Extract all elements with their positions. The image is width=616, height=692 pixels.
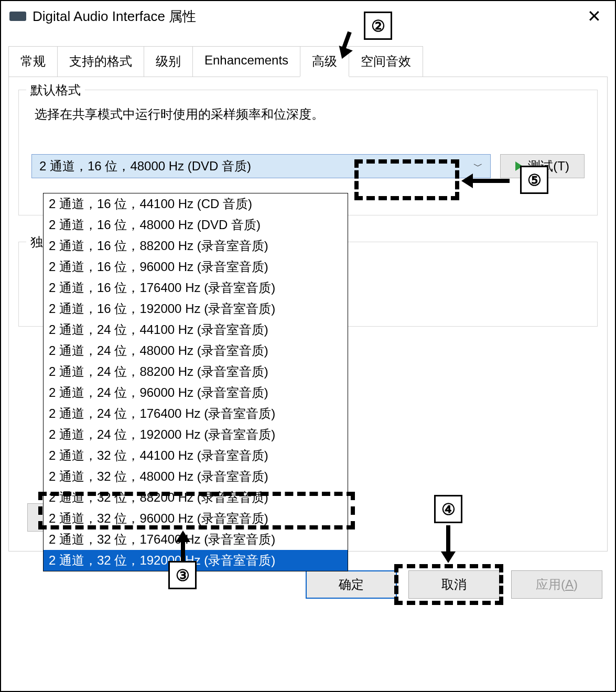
callout-2: ② — [364, 12, 392, 40]
format-option[interactable]: 2 通道，24 位，176400 Hz (录音室音质) — [44, 403, 348, 424]
group-default-format-legend: 默认格式 — [26, 82, 85, 99]
ok-button[interactable]: 确定 — [306, 570, 397, 599]
tab-spatial-sound[interactable]: 空间音效 — [349, 46, 423, 77]
default-format-dropdown[interactable]: 2 通道，16 位，48000 Hz (DVD 音质) ﹀ — [31, 154, 491, 178]
window-title: Digital Audio Interface 属性 — [33, 7, 582, 26]
format-option[interactable]: 2 通道，32 位，176400 Hz (录音室音质) — [44, 529, 348, 550]
format-option[interactable]: 2 通道，24 位，96000 Hz (录音室音质) — [44, 382, 348, 403]
format-option[interactable]: 2 通道，32 位，48000 Hz (录音室音质) — [44, 466, 348, 487]
tab-strip: 常规 支持的格式 级别 Enhancements 高级 空间音效 — [8, 46, 608, 77]
callout-5: ⑤ — [520, 166, 548, 194]
tab-enhancements[interactable]: Enhancements — [192, 46, 300, 77]
group-default-format-description: 选择在共享模式中运行时使用的采样频率和位深度。 — [31, 106, 585, 123]
format-option[interactable]: 2 通道，24 位，44100 Hz (录音室音质) — [44, 319, 348, 340]
format-option[interactable]: 2 通道，32 位，88200 Hz (录音室音质) — [44, 487, 348, 508]
dialog-buttons: 确定 取消 应用(A) — [306, 570, 602, 599]
apply-button-suffix: ) — [574, 577, 578, 592]
tab-supported-formats[interactable]: 支持的格式 — [57, 46, 144, 77]
apply-button[interactable]: 应用(A) — [511, 570, 602, 599]
format-option[interactable]: 2 通道，24 位，48000 Hz (录音室音质) — [44, 340, 348, 361]
tab-levels[interactable]: 级别 — [144, 46, 193, 77]
format-option[interactable]: 2 通道，16 位，192000 Hz (录音室音质) — [44, 298, 348, 319]
titlebar: Digital Audio Interface 属性 ✕ — [1, 1, 615, 31]
device-icon — [9, 12, 26, 21]
format-option[interactable]: 2 通道，32 位，44100 Hz (录音室音质) — [44, 445, 348, 466]
default-format-row: 2 通道，16 位，48000 Hz (DVD 音质) ﹀ 测试(T) — [31, 154, 585, 178]
format-option[interactable]: 2 通道，32 位，96000 Hz (录音室音质) — [44, 508, 348, 529]
tab-general[interactable]: 常规 — [8, 46, 58, 77]
callout-4: ④ — [434, 495, 462, 523]
default-format-dropdown-list[interactable]: 2 通道，16 位，44100 Hz (CD 音质)2 通道，16 位，4800… — [43, 193, 348, 571]
chevron-down-icon: ﹀ — [473, 160, 483, 172]
format-option[interactable]: 2 通道，16 位，48000 Hz (DVD 音质) — [44, 214, 348, 235]
format-option[interactable]: 2 通道，24 位，192000 Hz (录音室音质) — [44, 424, 348, 445]
format-option[interactable]: 2 通道，16 位，176400 Hz (录音室音质) — [44, 277, 348, 298]
cancel-button[interactable]: 取消 — [408, 570, 500, 599]
apply-button-prefix: 应用( — [536, 576, 565, 593]
format-option[interactable]: 2 通道，16 位，44100 Hz (CD 音质) — [44, 193, 348, 214]
format-option[interactable]: 2 通道，24 位，88200 Hz (录音室音质) — [44, 361, 348, 382]
apply-button-accelerator: A — [565, 577, 574, 592]
callout-3: ③ — [168, 561, 197, 589]
format-option[interactable]: 2 通道，16 位，96000 Hz (录音室音质) — [44, 256, 348, 277]
default-format-selected: 2 通道，16 位，48000 Hz (DVD 音质) — [39, 158, 251, 175]
close-button[interactable]: ✕ — [582, 6, 607, 26]
format-option[interactable]: 2 通道，16 位，88200 Hz (录音室音质) — [44, 235, 348, 256]
